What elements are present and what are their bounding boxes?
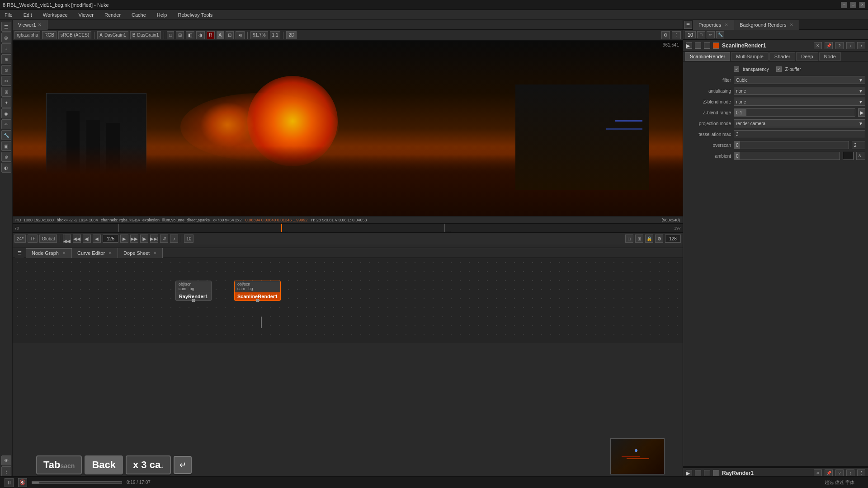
toolbar-btn-6[interactable]: ✂ [1, 76, 11, 86]
menu-help[interactable]: Help [155, 11, 169, 19]
toolbar-btn-viewer[interactable]: 👁 [1, 455, 11, 465]
ray-render-indicator-3[interactable] [704, 470, 710, 476]
tab-properties-close[interactable]: ✕ [725, 23, 728, 27]
sub-tab-scanline[interactable]: ScanlineRender [685, 52, 730, 61]
play-back-btn[interactable]: ◀ [93, 235, 101, 243]
frame-step-display[interactable]: 10 [184, 235, 193, 243]
viewer-tab-1[interactable]: Viewer1 ✕ [13, 20, 47, 30]
menu-cache[interactable]: Cache [130, 11, 148, 19]
transparency-checkbox[interactable]: ✓ [734, 66, 739, 72]
toolbar-btn-1[interactable]: ☰ [1, 22, 11, 32]
zbuffer-checkbox[interactable]: ✓ [776, 66, 782, 72]
toolbar-btn-4[interactable]: ⊕ [1, 54, 11, 64]
overscan-slider[interactable]: 0 [734, 141, 849, 149]
viewer-tab-close[interactable]: ✕ [38, 23, 42, 27]
audio-btn[interactable]: ♪ [170, 235, 178, 243]
ray-render-help[interactable]: ? [835, 469, 844, 477]
tab-dope-sheet-close[interactable]: ✕ [153, 251, 157, 255]
zblend-mode-dropdown[interactable]: none ▼ [734, 98, 865, 106]
global-display[interactable]: Global [39, 235, 57, 243]
menu-render[interactable]: Render [103, 11, 123, 19]
toolbar-btn-8[interactable]: ✦ [1, 98, 11, 108]
timeline-ruler-marks[interactable]: 100 125 150 [21, 224, 672, 232]
viewer-extra-btn[interactable]: ⋮ [672, 31, 681, 39]
sub-tab-node[interactable]: Node [819, 52, 841, 61]
toolbar-btn-12[interactable]: ▣ [1, 141, 11, 151]
ambient-slider[interactable]: 0 [734, 152, 840, 160]
tab-properties[interactable]: Properties ✕ [693, 20, 734, 30]
toolbar-btn-2[interactable]: ◎ [1, 33, 11, 42]
projection-dropdown[interactable]: render camera ▼ [734, 119, 865, 127]
menu-viewer[interactable]: Viewer [77, 11, 95, 19]
loop-btn[interactable]: ↺ [160, 235, 168, 243]
toolbar-btn-13[interactable]: ⊛ [1, 152, 11, 162]
props-node-indicator-2[interactable] [695, 42, 701, 49]
ray-render-indicator-4[interactable] [713, 470, 719, 476]
lock-btn[interactable]: 🔒 [645, 235, 653, 243]
toolbar-btn-bottom[interactable]: ⋮ [1, 466, 11, 476]
tab-bg-renders[interactable]: Background Renders ✕ [734, 20, 799, 30]
mute-btn[interactable]: 🔇 [18, 478, 27, 487]
menu-rebelway[interactable]: Rebelway Tools [176, 11, 214, 19]
view-btn-3[interactable]: ◧ [186, 31, 194, 39]
toolbar-btn-14[interactable]: ◐ [1, 163, 11, 173]
view-btn-1[interactable]: □ [167, 31, 174, 39]
tab-node-graph[interactable]: Node Graph ✕ [26, 248, 72, 258]
ambient-color-swatch[interactable] [843, 152, 854, 160]
zblend-range-slider[interactable]: 0.1 [734, 108, 855, 117]
menu-edit[interactable]: Edit [22, 11, 34, 19]
close-button[interactable]: ✕ [859, 2, 865, 8]
props-more-node[interactable]: ⋮ [857, 42, 865, 49]
timeline-ruler[interactable]: 70 100 125 150 [13, 224, 683, 233]
view-btn-5[interactable]: ⊡ [226, 31, 234, 39]
tab-node-graph-close[interactable]: ✕ [62, 251, 66, 255]
toolbar-btn-10[interactable]: ✏ [1, 119, 11, 129]
sub-tab-shader[interactable]: Shader [769, 52, 795, 61]
play-fwd-btn[interactable]: ▶▶ [130, 235, 138, 243]
tab-dope-sheet[interactable]: Dope Sheet ✕ [118, 248, 163, 258]
view-btn-2[interactable]: ⊞ [176, 31, 184, 39]
rgba-channel-btn[interactable]: rgba.alpha [14, 31, 40, 39]
settings-btn[interactable]: ⚙ [655, 235, 663, 243]
props-node-indicator-3[interactable] [704, 42, 710, 49]
filter-dropdown[interactable]: Cubic ▼ [734, 76, 865, 84]
playhead[interactable] [281, 224, 282, 232]
toolbar-btn-7[interactable]: ⊞ [1, 87, 11, 97]
ray-render-close[interactable]: ✕ [814, 469, 822, 477]
frame-fwd-btn[interactable]: |▶ [140, 235, 148, 243]
skip-fwd-btn[interactable]: ▶▶| [150, 235, 158, 243]
props-pin-node[interactable]: 📌 [825, 42, 833, 49]
view-btn-alpha[interactable]: A [217, 31, 224, 39]
props-help-node[interactable]: ? [835, 42, 844, 49]
props-close-node[interactable]: ✕ [814, 42, 822, 49]
minimize-button[interactable]: ─ [841, 2, 847, 8]
colorspace-btn[interactable]: RGB [42, 31, 57, 39]
skip-back-btn[interactable]: ◀◀ [73, 235, 81, 243]
node-graph-area[interactable]: obj/scn cam bg RayRender1 obj/s [13, 258, 683, 343]
current-frame-display[interactable]: 125 [103, 235, 118, 243]
snap-start-btn[interactable]: |◀◀ [63, 235, 71, 243]
mini-viewer[interactable] [610, 438, 665, 474]
aces-btn[interactable]: sRGB (ACES) [58, 31, 91, 39]
tf-display[interactable]: TF [28, 235, 38, 243]
play-pause-btn[interactable]: ⏸ [5, 478, 14, 487]
progress-bar[interactable] [32, 481, 122, 484]
props-panel-icon[interactable]: ☰ [684, 21, 692, 29]
props-btn-1[interactable]: □ [697, 31, 705, 38]
node-scanline-render[interactable]: obj/scn cam bg ScanlineRender1 [234, 281, 281, 301]
tab-curve-editor[interactable]: Curve Editor ✕ [72, 248, 118, 258]
ambient-number[interactable]: 3 [856, 152, 865, 160]
props-node-indicator-4[interactable] [713, 42, 719, 49]
node-ray-render[interactable]: obj/scn cam bg RayRender1 [175, 281, 212, 301]
props-expand-node[interactable]: ↕ [846, 42, 854, 49]
ray-render-pin[interactable]: 📌 [825, 469, 833, 477]
input-b-btn[interactable]: B DasGrain1 [130, 31, 161, 39]
render-btn-1[interactable]: □ [625, 235, 633, 243]
viewer-settings-btn[interactable]: ⚙ [661, 31, 670, 39]
zblend-range-btn[interactable]: ▶ [858, 108, 865, 117]
toolbar-btn-9[interactable]: ◉ [1, 108, 11, 118]
tab-curve-editor-close[interactable]: ✕ [108, 251, 112, 255]
play-btn[interactable]: ▶ [120, 235, 128, 243]
view-btn-6[interactable]: ⏯ [236, 31, 245, 39]
frame-back-btn[interactable]: ◀| [83, 235, 91, 243]
